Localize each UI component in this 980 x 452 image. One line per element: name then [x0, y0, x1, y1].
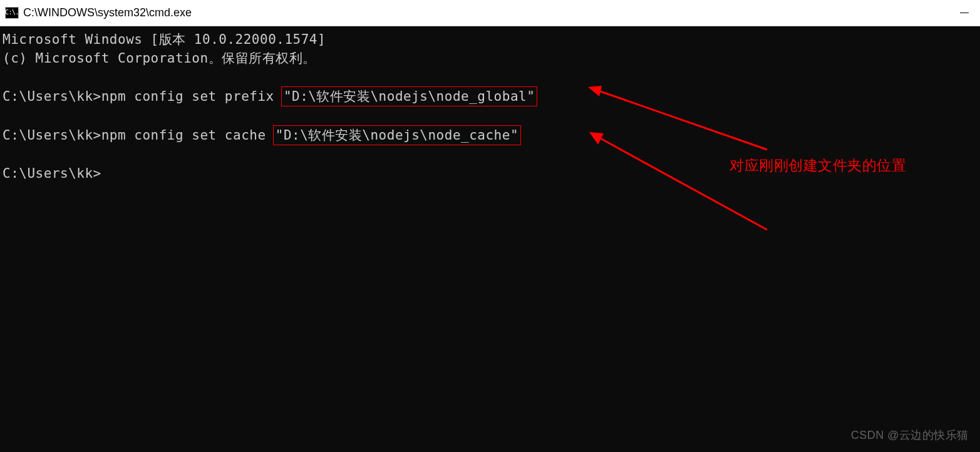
window-title-bar: C:\. C:\WINDOWS\system32\cmd.exe [0, 0, 980, 26]
command-prompt: C:\Users\kk>npm config set prefix [3, 89, 282, 104]
terminal-command-line: C:\Users\kk>npm config set cache "D:\软件安… [3, 125, 980, 145]
highlighted-path-prefix: "D:\软件安装\nodejs\node_global" [281, 86, 537, 106]
watermark: CSDN @云边的快乐猫 [851, 426, 969, 444]
window-title: C:\WINDOWS\system32\cmd.exe [23, 6, 192, 19]
cmd-icon: C:\. [5, 7, 19, 19]
highlighted-path-cache: "D:\软件安装\nodejs\node_cache" [273, 125, 521, 145]
terminal-command-line: C:\Users\kk>npm config set prefix "D:\软件… [3, 86, 980, 106]
terminal-output-line: (c) Microsoft Corporation。保留所有权利。 [3, 49, 980, 68]
minimize-button[interactable] [949, 0, 980, 26]
window-controls [949, 0, 980, 26]
command-prompt: C:\Users\kk>npm config set cache [3, 128, 274, 143]
minimize-icon [960, 13, 969, 14]
terminal-output-line: Microsoft Windows [版本 10.0.22000.1574] [3, 30, 980, 49]
annotation-label: 对应刚刚创建文件夹的位置 [730, 156, 906, 175]
terminal-area[interactable]: Microsoft Windows [版本 10.0.22000.1574] (… [0, 26, 980, 452]
